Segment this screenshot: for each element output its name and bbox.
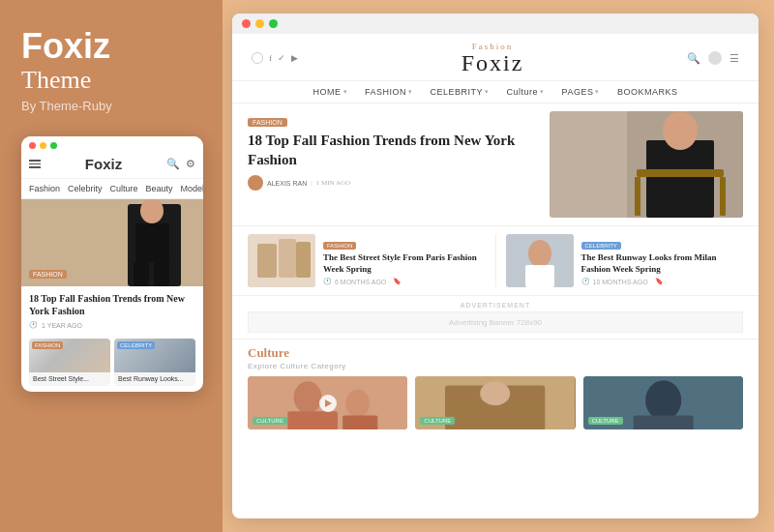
desktop-mockup: f ✓ ▶ Fashion Foxiz 🔍 ☰ HOME ▾ bbox=[232, 14, 759, 518]
secondary-article-title-2[interactable]: The Best Runway Looks from Milan Fashion… bbox=[581, 252, 744, 275]
ad-banner: Advertising Banner 728x90 bbox=[248, 311, 743, 333]
site-logo: Fashion Foxiz bbox=[298, 42, 687, 74]
divider bbox=[495, 234, 496, 287]
mobile-nav-bar: Foxiz 🔍 ⚙ bbox=[29, 154, 195, 174]
culture-heading: Culture bbox=[248, 345, 743, 361]
mobile-card-badge-2: CELEBRITY bbox=[117, 341, 155, 349]
ad-section: ADVERTISEMENT Advertising Banner 728x90 bbox=[232, 296, 759, 340]
desktop-content: f ✓ ▶ Fashion Foxiz 🔍 ☰ HOME ▾ bbox=[232, 34, 759, 518]
site-facebook-icon[interactable]: f bbox=[269, 53, 272, 63]
nav-item-pages[interactable]: PAGES ▾ bbox=[562, 87, 600, 97]
nav-item-culture[interactable]: Culture ▾ bbox=[507, 87, 545, 97]
mobile-bottom-cards: FASHION Best Street Style... CELEBRITY B… bbox=[21, 335, 203, 392]
bookmark-icon-1[interactable]: 🔖 bbox=[393, 278, 402, 285]
ad-label: ADVERTISEMENT bbox=[248, 302, 743, 309]
mobile-card-2: CELEBRITY Best Runway Looks... bbox=[114, 339, 195, 386]
mobile-main-image: FASHION bbox=[21, 199, 203, 286]
site-twitter-icon[interactable]: ✓ bbox=[278, 53, 285, 63]
svg-rect-5 bbox=[154, 262, 169, 286]
dot-red bbox=[29, 142, 36, 149]
secondary-article-title-1[interactable]: The Best Street Style From Paris Fashion… bbox=[323, 252, 486, 275]
site-rss-icon[interactable]: ▶ bbox=[291, 53, 298, 63]
main-article-badge: FASHION bbox=[248, 118, 287, 127]
nav-item-celebrity[interactable]: CELEBRITY ▾ bbox=[431, 87, 490, 97]
svg-point-18 bbox=[528, 240, 551, 267]
culture-card-badge-3: CULTURE bbox=[588, 417, 623, 425]
svg-rect-3 bbox=[135, 223, 169, 262]
culture-card-3[interactable]: CULTURE bbox=[583, 376, 743, 429]
main-article-content: FASHION 18 Top Fall Fashion Trends from … bbox=[248, 111, 538, 191]
svg-point-2 bbox=[140, 199, 164, 223]
mobile-card-1: FASHION Best Street Style... bbox=[29, 339, 110, 386]
culture-cards: CULTURE CULTURE bbox=[248, 376, 743, 429]
culture-card-badge-1: CULTURE bbox=[253, 417, 287, 425]
mobile-dots bbox=[29, 142, 195, 149]
site-header-right: 🔍 ☰ bbox=[687, 51, 739, 65]
site-main: FASHION 18 Top Fall Fashion Trends from … bbox=[232, 103, 759, 226]
secondary-article-meta-1: 🕐 6 MONTHS AGO 🔖 bbox=[323, 278, 486, 285]
desktop-dot-red bbox=[242, 19, 251, 28]
mobile-clock-icon: 🕐 bbox=[29, 321, 38, 329]
brand-subtitle: Theme bbox=[21, 66, 201, 95]
secondary-articles: FASHION The Best Street Style From Paris… bbox=[232, 226, 759, 296]
svg-rect-12 bbox=[720, 177, 726, 216]
mobile-cat-culture[interactable]: Culture bbox=[110, 184, 138, 193]
mobile-article-title: 18 Top Fall Fashion Trends from New York… bbox=[21, 286, 203, 321]
mobile-search-icon[interactable]: 🔍 bbox=[166, 158, 180, 170]
mobile-cat-celebrity[interactable]: Celebrity bbox=[68, 184, 103, 193]
mobile-cat-fashion[interactable]: Fashion bbox=[29, 184, 60, 193]
mobile-cat-beauty[interactable]: Beauty bbox=[146, 184, 173, 193]
culture-card-2[interactable]: CULTURE bbox=[415, 376, 575, 429]
mobile-header: Foxiz 🔍 ⚙ bbox=[21, 136, 203, 179]
culture-section: Culture Explore Culture Category bbox=[232, 340, 759, 437]
svg-rect-4 bbox=[134, 262, 149, 286]
dot-yellow bbox=[40, 142, 46, 149]
nav-item-home[interactable]: HOME ▾ bbox=[313, 87, 348, 97]
mobile-icons: 🔍 ⚙ bbox=[166, 158, 195, 170]
main-article-meta: ALEXIS RAN | 1 MIN AGO bbox=[248, 175, 538, 191]
secondary-article-img-1 bbox=[248, 234, 315, 287]
svg-rect-19 bbox=[525, 265, 554, 287]
mobile-card-text-2: Best Runway Looks... bbox=[114, 372, 195, 386]
brand-by: By Theme-Ruby bbox=[21, 99, 201, 113]
nav-item-fashion[interactable]: FASHION ▾ bbox=[365, 87, 413, 97]
svg-rect-11 bbox=[635, 177, 640, 216]
svg-rect-16 bbox=[296, 242, 311, 278]
mobile-categories: Fashion Celebrity Culture Beauty Model bbox=[21, 179, 203, 199]
secondary-article-img-2 bbox=[506, 234, 574, 287]
author-avatar bbox=[248, 175, 263, 191]
svg-rect-8 bbox=[646, 140, 714, 218]
mobile-settings-icon[interactable]: ⚙ bbox=[186, 158, 195, 170]
site-nav: HOME ▾ FASHION ▾ CELEBRITY ▾ Culture ▾ P… bbox=[232, 81, 759, 103]
secondary-article-meta-2: 🕐 10 MONTHS AGO 🔖 bbox=[581, 278, 744, 285]
main-article-image bbox=[550, 111, 743, 218]
site-header-left: f ✓ ▶ bbox=[252, 52, 298, 64]
mobile-cat-model[interactable]: Model bbox=[181, 184, 203, 193]
mobile-card-badge-1: FASHION bbox=[32, 341, 63, 349]
svg-rect-10 bbox=[637, 169, 724, 177]
mobile-logo: Foxiz bbox=[85, 156, 122, 172]
desktop-titlebar bbox=[232, 14, 759, 34]
secondary-time-1: 6 MONTHS AGO bbox=[335, 279, 386, 285]
desktop-dot-yellow bbox=[255, 19, 264, 28]
secondary-article-1: FASHION The Best Street Style From Paris… bbox=[248, 234, 486, 287]
mobile-mockup: Foxiz 🔍 ⚙ Fashion Celebrity Culture Beau… bbox=[21, 136, 203, 392]
desktop-dot-green bbox=[269, 19, 278, 28]
mobile-article-meta: 🕐 1 YEAR AGO bbox=[21, 321, 203, 335]
bookmark-icon-2[interactable]: 🔖 bbox=[655, 278, 664, 285]
secondary-time-2: 10 MONTHS AGO bbox=[593, 279, 648, 285]
culture-card-overlay-3: CULTURE bbox=[583, 406, 743, 429]
site-user-icon[interactable] bbox=[708, 51, 722, 65]
ad-banner-text: Advertising Banner 728x90 bbox=[449, 318, 542, 327]
culture-card-1[interactable]: CULTURE bbox=[248, 376, 407, 429]
svg-rect-14 bbox=[257, 244, 277, 278]
culture-card-overlay-1: CULTURE bbox=[248, 406, 407, 429]
main-article-title[interactable]: 18 Top Fall Fashion Trends from New York… bbox=[248, 132, 538, 169]
nav-item-bookmarks[interactable]: BOOKMARKS bbox=[617, 87, 678, 97]
site-globe-icon[interactable] bbox=[252, 52, 263, 64]
site-search-icon[interactable]: 🔍 bbox=[687, 52, 700, 65]
site-menu-icon[interactable]: ☰ bbox=[729, 52, 739, 65]
clock-icon-2: 🕐 bbox=[581, 278, 590, 285]
clock-icon-1: 🕐 bbox=[323, 278, 332, 285]
culture-card-badge-2: CULTURE bbox=[420, 417, 455, 425]
